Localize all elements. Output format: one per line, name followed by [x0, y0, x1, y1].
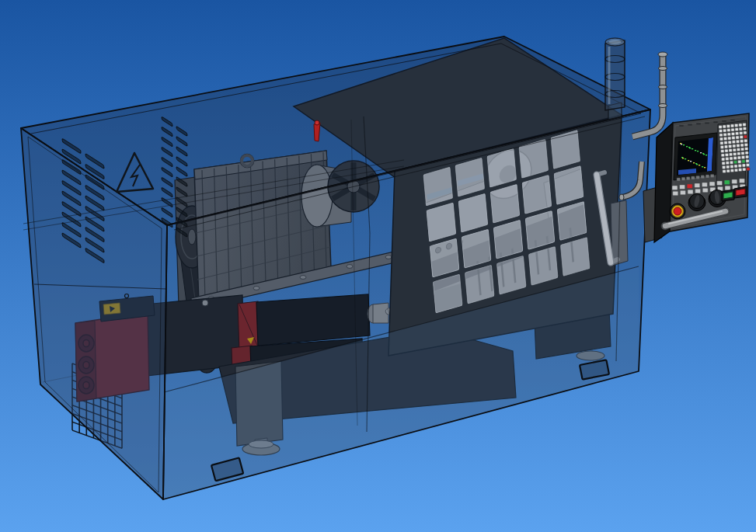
panel-key[interactable]: [680, 190, 685, 195]
keypad-key[interactable]: [732, 137, 735, 140]
keypad-key[interactable]: [740, 136, 743, 139]
panel-key[interactable]: [680, 185, 685, 190]
panel-key[interactable]: [725, 186, 730, 190]
keypad-key[interactable]: [729, 149, 732, 152]
softkey[interactable]: [696, 176, 700, 179]
keypad-key[interactable]: [720, 146, 723, 149]
keypad-key[interactable]: [725, 153, 728, 156]
keypad-key[interactable]: [739, 123, 742, 127]
keypad-key[interactable]: [740, 148, 744, 151]
panel-key[interactable]: [695, 183, 700, 188]
softkey[interactable]: [705, 175, 709, 178]
keypad-key[interactable]: [736, 136, 739, 139]
keypad-key[interactable]: [737, 156, 740, 159]
keypad-key[interactable]: [719, 137, 723, 141]
keypad-key[interactable]: [745, 151, 748, 155]
keypad-key[interactable]: [719, 134, 723, 137]
keypad-key[interactable]: [741, 151, 744, 155]
keypad-key[interactable]: [723, 129, 726, 132]
softkey[interactable]: [692, 176, 695, 179]
keypad-key[interactable]: [722, 158, 725, 161]
keypad-key[interactable]: [724, 145, 727, 148]
override-knob-left[interactable]: [688, 194, 705, 211]
softkey[interactable]: [710, 174, 714, 177]
keypad-key[interactable]: [727, 133, 730, 136]
keypad-key[interactable]: [734, 165, 737, 168]
keypad-key[interactable]: [735, 124, 738, 127]
panel-key[interactable]: [687, 184, 692, 189]
keypad-key[interactable]: [746, 164, 749, 167]
keypad-key[interactable]: [736, 140, 739, 143]
cad-viewport[interactable]: [0, 0, 756, 532]
softkey[interactable]: [686, 177, 690, 180]
panel-key[interactable]: [717, 181, 723, 186]
keypad-key[interactable]: [742, 160, 745, 163]
panel-key[interactable]: [709, 182, 715, 186]
keypad-key[interactable]: [737, 144, 740, 148]
keypad-key[interactable]: [727, 129, 730, 132]
keypad-key[interactable]: [723, 166, 726, 169]
keypad-key[interactable]: [731, 128, 734, 131]
keypad-key[interactable]: [747, 168, 750, 171]
keypad-key[interactable]: [730, 124, 733, 127]
panel-key[interactable]: [739, 179, 744, 183]
keypad-key[interactable]: [723, 125, 726, 128]
keypad-key[interactable]: [725, 149, 728, 152]
keypad-key[interactable]: [721, 154, 724, 157]
keypad-key[interactable]: [739, 169, 742, 172]
keypad-key[interactable]: [739, 127, 742, 130]
keypad-key[interactable]: [744, 139, 747, 142]
panel-key[interactable]: [672, 186, 678, 190]
softkey[interactable]: [681, 177, 685, 180]
keypad-key[interactable]: [738, 165, 741, 168]
keypad-key[interactable]: [733, 152, 737, 155]
keypad-key[interactable]: [743, 123, 746, 127]
keypad-key[interactable]: [746, 155, 749, 158]
pilot-button-green[interactable]: [723, 192, 733, 199]
keypad-key[interactable]: [740, 131, 743, 134]
keypad-key[interactable]: [723, 170, 726, 173]
keypad-key[interactable]: [726, 169, 730, 172]
keypad-key[interactable]: [729, 145, 732, 148]
keypad-key[interactable]: [740, 140, 744, 143]
keypad-key[interactable]: [745, 148, 748, 151]
keypad-key[interactable]: [724, 137, 727, 141]
keypad-key[interactable]: [733, 157, 737, 160]
keypad-key[interactable]: [726, 158, 729, 161]
panel-key[interactable]: [724, 180, 730, 185]
keypad-key[interactable]: [719, 126, 722, 129]
keypad-key[interactable]: [730, 169, 733, 172]
panel-key[interactable]: [688, 190, 693, 194]
keypad-key[interactable]: [737, 148, 740, 151]
keypad-key[interactable]: [731, 132, 734, 135]
keypad-key[interactable]: [742, 164, 745, 167]
keypad-key[interactable]: [728, 141, 731, 144]
keypad-key[interactable]: [735, 128, 738, 131]
keypad-key[interactable]: [733, 148, 736, 151]
keypad-key[interactable]: [721, 150, 724, 153]
keypad-key[interactable]: [734, 169, 737, 172]
keypad-key[interactable]: [729, 153, 732, 156]
keypad-key[interactable]: [744, 131, 747, 134]
emergency-stop-button[interactable]: [670, 203, 685, 219]
keypad-key[interactable]: [719, 130, 722, 133]
keypad-key[interactable]: [726, 125, 730, 128]
keypad-key[interactable]: [724, 141, 727, 144]
keypad-key[interactable]: [728, 137, 731, 140]
keypad-key[interactable]: [741, 156, 744, 159]
keypad-key[interactable]: [723, 133, 726, 136]
panel-key[interactable]: [702, 183, 707, 187]
keypad-key[interactable]: [738, 160, 741, 163]
pilot-button-red[interactable]: [736, 189, 745, 196]
keypad-key[interactable]: [746, 159, 749, 162]
keypad-key[interactable]: [732, 141, 735, 144]
keypad-key[interactable]: [720, 141, 723, 144]
softkey[interactable]: [701, 176, 705, 179]
keypad-key[interactable]: [722, 162, 725, 165]
panel-key[interactable]: [702, 188, 708, 193]
softkey[interactable]: [677, 178, 681, 181]
panel-key[interactable]: [673, 191, 678, 196]
keypad-key[interactable]: [730, 165, 733, 169]
keypad-key[interactable]: [734, 161, 737, 164]
keypad-key[interactable]: [744, 144, 747, 147]
